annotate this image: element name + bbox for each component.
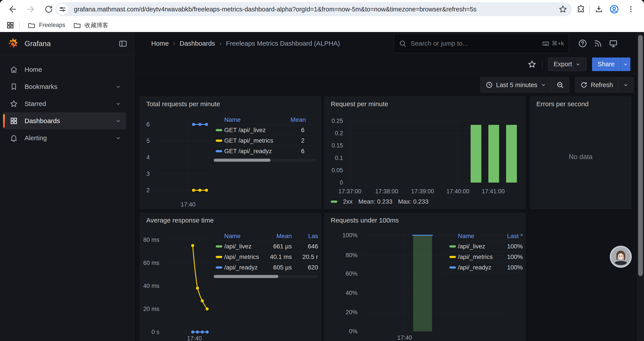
panel-title[interactable]: Errors per second bbox=[530, 97, 631, 108]
series-name[interactable]: /api/_livez bbox=[224, 243, 264, 250]
breadcrumb-dashboards[interactable]: Dashboards bbox=[180, 40, 215, 47]
breadcrumb-separator: › bbox=[220, 40, 222, 47]
svg-text:0.05: 0.05 bbox=[332, 167, 343, 174]
display-button[interactable] bbox=[607, 37, 620, 50]
share-button[interactable]: Share bbox=[592, 58, 620, 71]
col-header-mean[interactable]: Mean bbox=[264, 233, 297, 240]
col-header-mean[interactable]: Mean bbox=[290, 116, 317, 123]
panel-title[interactable]: Average response time bbox=[140, 213, 321, 224]
help-button[interactable] bbox=[576, 37, 589, 50]
svg-text:0.2: 0.2 bbox=[335, 130, 343, 137]
downloads-button[interactable] bbox=[593, 4, 604, 15]
browser-menu-button[interactable] bbox=[625, 4, 636, 15]
col-header-last[interactable]: Last * bbox=[494, 233, 523, 240]
time-range-picker[interactable]: Last 5 minutes bbox=[481, 78, 551, 92]
series-mean: 6 bbox=[290, 127, 317, 134]
svg-text:17:40: 17:40 bbox=[180, 201, 196, 208]
kebab-menu-icon bbox=[626, 5, 635, 14]
legend-table: Name Last * /api/_livez 100% /api/_metri… bbox=[448, 231, 523, 273]
grafana-logo[interactable] bbox=[6, 38, 19, 50]
col-header-last[interactable]: Las bbox=[297, 233, 318, 240]
sidebar-item-dashboards[interactable]: Dashboards bbox=[3, 112, 126, 129]
url-bar[interactable]: grafana.mathmast.com/d/deytv4rwavabkb/fr… bbox=[55, 2, 572, 16]
svg-text:60 ms: 60 ms bbox=[143, 260, 159, 266]
refresh-button[interactable]: Refresh bbox=[576, 78, 618, 92]
sidebar-item-bookmarks[interactable]: Bookmarks bbox=[3, 78, 126, 95]
svg-text:2: 2 bbox=[146, 187, 150, 194]
search-input[interactable] bbox=[410, 40, 542, 47]
panel-title[interactable]: Total requests per minute bbox=[140, 97, 321, 108]
legend-row-readyz[interactable]: GET /api/_readyz 6 bbox=[214, 146, 317, 156]
assistant-avatar[interactable] bbox=[610, 246, 632, 268]
series-mean: 2 bbox=[290, 137, 317, 144]
favorite-dashboard-button[interactable] bbox=[528, 60, 536, 69]
legend-row-livez[interactable]: /api/_livez 661 µs 646 bbox=[214, 241, 318, 252]
legend-row-metrics[interactable]: /api/_metrics 100% bbox=[448, 252, 523, 262]
legend-row-readyz[interactable]: /api/_readyz 100% bbox=[448, 262, 523, 273]
series-name[interactable]: /api/_metrics bbox=[458, 253, 494, 260]
apps-grid-button[interactable] bbox=[6, 21, 14, 30]
svg-text:17:40:00: 17:40:00 bbox=[446, 188, 469, 195]
breadcrumb-home[interactable]: Home bbox=[151, 40, 169, 47]
bookmark-label: 收藏博客 bbox=[84, 21, 108, 29]
series-name[interactable]: /api/_metrics bbox=[224, 253, 264, 260]
extensions-button[interactable] bbox=[575, 4, 586, 15]
sidebar-item-starred[interactable]: Starred bbox=[3, 95, 126, 112]
series-color-swatch bbox=[216, 245, 222, 247]
legend-row-readyz[interactable]: /api/_readyz 605 µs 620 bbox=[214, 262, 318, 273]
legend-row-metrics[interactable]: GET /api/_metrics 2 bbox=[214, 135, 317, 146]
bookmark-page-button[interactable] bbox=[558, 5, 567, 14]
panel-title[interactable]: Request per minute bbox=[325, 97, 526, 108]
series-name[interactable]: GET /api/_metrics bbox=[224, 137, 290, 144]
bookmark-folder-blogs[interactable]: 收藏博客 bbox=[69, 20, 112, 31]
svg-text:40%: 40% bbox=[346, 290, 358, 296]
reload-button[interactable] bbox=[42, 3, 55, 16]
col-header-name[interactable]: Name bbox=[224, 116, 290, 123]
sidebar-item-home[interactable]: Home bbox=[3, 61, 126, 78]
sidebar-item-alerting[interactable]: Alerting bbox=[3, 129, 126, 147]
series-name[interactable]: /api/_readyz bbox=[458, 264, 494, 271]
chevron-down-icon[interactable] bbox=[115, 84, 121, 90]
series-color-swatch bbox=[216, 129, 222, 131]
legend-row-metrics[interactable]: /api/_metrics 40.1 ms 20.5 r bbox=[214, 252, 318, 262]
search-box[interactable]: ⌘+k bbox=[394, 34, 569, 53]
folder-icon bbox=[28, 21, 36, 29]
bookmark-folder-freeleaps[interactable]: Freeleaps bbox=[24, 20, 69, 31]
svg-text:17:39:00: 17:39:00 bbox=[411, 188, 434, 195]
sidebar-collapse-button[interactable] bbox=[118, 39, 127, 48]
legend-row-livez[interactable]: /api/_livez 100% bbox=[448, 241, 523, 252]
legend-scrollbar[interactable] bbox=[214, 159, 317, 162]
zoom-out-time-button[interactable] bbox=[551, 78, 569, 92]
chevron-down-icon[interactable] bbox=[115, 118, 121, 124]
profile-button[interactable] bbox=[608, 4, 620, 15]
share-menu-button[interactable] bbox=[620, 58, 630, 71]
svg-text:100%: 100% bbox=[342, 232, 358, 238]
scrollbar-thumb[interactable] bbox=[638, 35, 643, 276]
site-settings-button[interactable] bbox=[57, 4, 68, 15]
svg-text:20%: 20% bbox=[346, 309, 358, 315]
panel-title[interactable]: Requests under 100ms bbox=[325, 213, 526, 224]
puzzle-icon bbox=[576, 5, 586, 14]
svg-text:0.1: 0.1 bbox=[335, 155, 343, 161]
series-name[interactable]: GET /api/_livez bbox=[224, 127, 290, 134]
chevron-down-icon[interactable] bbox=[115, 135, 121, 141]
col-header-name[interactable]: Name bbox=[458, 233, 494, 240]
series-name[interactable]: /api/_readyz bbox=[224, 264, 264, 271]
col-header-name[interactable]: Name bbox=[224, 233, 264, 240]
series-name[interactable]: GET /api/_readyz bbox=[224, 148, 290, 155]
legend-series-name[interactable]: 2xx bbox=[343, 198, 353, 205]
chart-legend: 2xx Mean: 0.233 Max: 0.233 bbox=[331, 198, 428, 205]
forward-button[interactable] bbox=[24, 3, 37, 16]
dashboard-actions-bar: Export Share bbox=[134, 55, 644, 74]
series-name[interactable]: /api/_livez bbox=[458, 243, 494, 250]
chevron-down-icon[interactable] bbox=[115, 101, 121, 107]
news-button[interactable] bbox=[592, 37, 604, 50]
back-button[interactable] bbox=[6, 3, 19, 16]
refresh-interval-button[interactable] bbox=[618, 78, 634, 92]
series-mean: 40.1 ms bbox=[264, 253, 297, 260]
export-button[interactable]: Export bbox=[548, 58, 586, 71]
svg-text:5: 5 bbox=[146, 138, 150, 144]
legend-row-livez[interactable]: GET /api/_livez 6 bbox=[214, 125, 317, 135]
legend-scrollbar[interactable] bbox=[214, 275, 318, 278]
keyboard-shortcut: ⌘+k bbox=[542, 40, 564, 47]
